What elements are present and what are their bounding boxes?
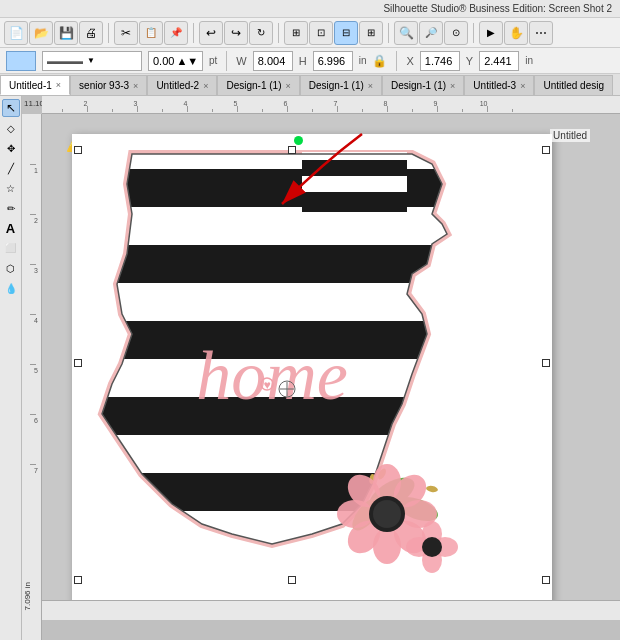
ungroup-btn[interactable]: ⊟ [334,21,358,45]
send-btn[interactable]: ▶ [479,21,503,45]
untitled-label: Untitled [550,129,590,142]
unit-label: pt [209,55,217,66]
new-btn[interactable]: 📄 [4,21,28,45]
svg-point-20 [426,485,439,493]
toolbar2: ▬▬▬▬ ▼ 0.00 ▲▼ pt W 8.004 H 6.996 in 🔒 X… [0,48,620,74]
lock-icon[interactable]: 🔒 [372,54,387,68]
tab-label: Design-1 (1) [309,80,364,91]
fill-tool[interactable]: ⬡ [2,259,20,277]
canvas-page: home ♥ [72,134,552,620]
pan-tool[interactable]: ✥ [2,139,20,157]
tabs-bar: Untitled-1 × senior 93-3 × Untitled-2 × … [0,74,620,96]
width-value: 8.004 [258,55,286,67]
style-dropdown[interactable]: ▬▬▬▬ ▼ [42,51,142,71]
rotate-btn[interactable]: ↻ [249,21,273,45]
title-bar: Silhouette Studio® Business Edition: Scr… [0,0,620,18]
tab-senior[interactable]: senior 93-3 × [70,75,147,95]
sep3 [278,23,279,43]
tab-close-untitled3[interactable]: × [520,81,525,91]
more-btn[interactable]: ⋯ [529,21,553,45]
value-display: 0.00 [153,55,174,67]
rotation-handle[interactable] [294,136,303,145]
tab-close-senior[interactable]: × [133,81,138,91]
handle-bm[interactable] [288,576,296,584]
tab-label: Untitled-2 [156,80,199,91]
stroke-dropdown[interactable] [6,51,36,71]
select-tool[interactable]: ↖ [2,99,20,117]
w-label: W [236,55,246,67]
zoom-tools: 🔍 🔎 ⊙ [394,21,468,45]
svg-rect-5 [72,473,512,511]
undo-btn[interactable]: ↩ [199,21,223,45]
tab-untitled-desig[interactable]: Untitled desig [534,75,613,95]
tab-close-design1a[interactable]: × [285,81,290,91]
h-label: H [299,55,307,67]
main-area: ↖ ◇ ✥ ╱ ☆ ✏ A ⬜ ⬡ 💧 11.102 , 2.424 2 3 4… [0,96,620,640]
tab-label: senior 93-3 [79,80,129,91]
canvas-area[interactable]: 11.102 , 2.424 2 3 4 5 6 7 8 9 10 [22,96,620,640]
tab-label: Untitled-3 [473,80,516,91]
print-btn[interactable]: 🖨 [79,21,103,45]
handle-br[interactable] [542,576,550,584]
unit3-label: in [525,55,533,66]
hand-btn[interactable]: ✋ [504,21,528,45]
file-tools: 📄 📂 💾 🖨 [4,21,103,45]
x-value: 1.746 [425,55,453,67]
sep1 [108,23,109,43]
eyedropper-tool[interactable]: 💧 [2,279,20,297]
svg-point-37 [422,537,442,557]
x-input[interactable]: 1.746 [420,51,460,71]
paste-btn[interactable]: 📌 [164,21,188,45]
svg-rect-2 [72,245,512,283]
text-tool[interactable]: A [2,219,20,237]
tab-design1b[interactable]: Design-1 (1) × [300,75,382,95]
width-input[interactable]: 8.004 [253,51,293,71]
tab-untitled3[interactable]: Untitled-3 × [464,75,534,95]
eraser-tool[interactable]: ⬜ [2,239,20,257]
title-text: Silhouette Studio® Business Edition: Scr… [383,3,612,14]
value-input[interactable]: 0.00 ▲▼ [148,51,203,71]
copy-btn[interactable]: 📋 [139,21,163,45]
tab-untitled2[interactable]: Untitled-2 × [147,75,217,95]
line-tool[interactable]: ╱ [2,159,20,177]
height-input[interactable]: 6.996 [313,51,353,71]
pen-tool[interactable]: ✏ [2,199,20,217]
shape-tool[interactable]: ☆ [2,179,20,197]
align-btn[interactable]: ⊞ [284,21,308,45]
sep5 [473,23,474,43]
redo-btn[interactable]: ↪ [224,21,248,45]
y-input[interactable]: 2.441 [479,51,519,71]
tab-untitled1[interactable]: Untitled-1 × [0,75,70,95]
node-edit-tool[interactable]: ◇ [2,119,20,137]
tab-design1c[interactable]: Design-1 (1) × [382,75,464,95]
handle-tm[interactable] [288,146,296,154]
save-btn[interactable]: 💾 [54,21,78,45]
tab-label: Untitled desig [543,80,604,91]
replicate-btn[interactable]: ⊞ [359,21,383,45]
group-btn[interactable]: ⊡ [309,21,333,45]
zoom-fit-btn[interactable]: ⊙ [444,21,468,45]
edit-tools: ✂ 📋 📌 [114,21,188,45]
handle-bl[interactable] [74,576,82,584]
zoom-in-btn[interactable]: 🔍 [394,21,418,45]
tab-design1a[interactable]: Design-1 (1) × [217,75,299,95]
tab-close-design1b[interactable]: × [368,81,373,91]
y-dimension: 7.096 in [23,582,32,610]
handle-tr[interactable] [542,146,550,154]
sep2 [193,23,194,43]
tab-close-untitled1[interactable]: × [56,80,61,90]
handle-mr[interactable] [542,359,550,367]
handle-tl[interactable] [74,146,82,154]
sep6 [226,51,227,71]
cut-btn[interactable]: ✂ [114,21,138,45]
tab-close-untitled2[interactable]: × [203,81,208,91]
workspace[interactable]: ⚠️ [42,114,620,620]
ruler-bottom [42,600,620,620]
ruler-left: 1 2 3 4 5 6 7 7.096 in [22,114,42,640]
handle-ml[interactable] [74,359,82,367]
transform-tools: ⊞ ⊡ ⊟ ⊞ [284,21,383,45]
open-btn[interactable]: 📂 [29,21,53,45]
unit2-label: in [359,55,367,66]
zoom-out-btn[interactable]: 🔎 [419,21,443,45]
tab-close-design1c[interactable]: × [450,81,455,91]
